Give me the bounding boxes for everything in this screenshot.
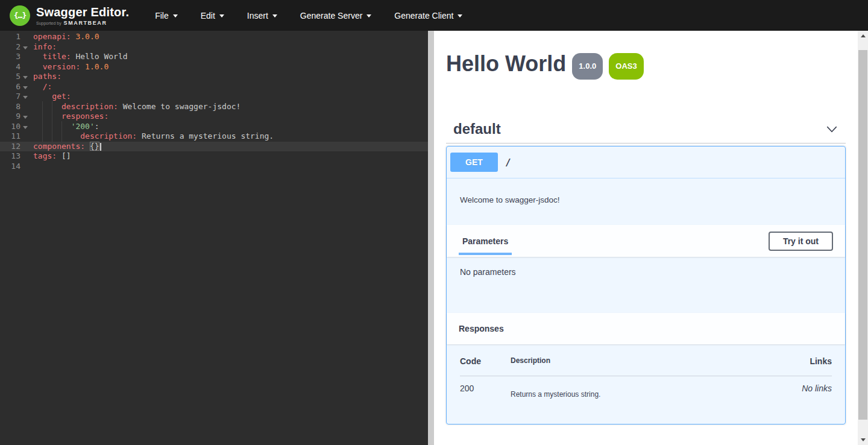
line-number: 5: [0, 72, 20, 82]
token-plain: [33, 52, 43, 61]
menu-generate-server[interactable]: Generate Server: [289, 0, 383, 31]
token-str: '200': [71, 122, 95, 131]
code-text: paths:: [30, 72, 61, 82]
swagger-ui-preview: Hello World 1.0.0 OAS3 default GET / Wel…: [434, 31, 858, 445]
token-key: description:: [80, 131, 137, 140]
line-number: 12: [0, 142, 20, 152]
token-plain: Returns a mysterious string.: [137, 131, 274, 140]
fold-spacer: [20, 62, 30, 72]
responses-table-wrap: Code Description Links 200Returns a myst…: [447, 344, 845, 424]
operation-block-get: GET / Welcome to swagger-jsdoc! Paramete…: [446, 146, 846, 424]
line-number: 7: [0, 92, 20, 102]
code-line-11[interactable]: 11 description: Returns a mysterious str…: [0, 131, 428, 142]
menu-file[interactable]: File: [143, 0, 189, 31]
try-it-out-button[interactable]: Try it out: [769, 232, 833, 251]
response-row: 200Returns a mysterious string.No links: [460, 376, 832, 399]
line-number: 8: [0, 102, 20, 112]
code-line-6[interactable]: 6 /:: [0, 82, 428, 92]
code-text: components: {}: [30, 142, 101, 152]
code-line-5[interactable]: 5paths:: [0, 72, 428, 82]
code-line-1[interactable]: 1openapi: 3.0.0: [0, 32, 428, 42]
menu-label: Generate Server: [300, 11, 363, 21]
menu-generate-client[interactable]: Generate Client: [383, 0, 474, 31]
token-key: title:: [43, 52, 71, 61]
yaml-editor[interactable]: 1openapi: 3.0.02info:3 title: Hello Worl…: [0, 31, 428, 445]
line-number: 9: [0, 112, 20, 122]
token-plain: [33, 131, 80, 140]
code-line-13[interactable]: 13tags: []: [0, 151, 428, 162]
text-cursor: [100, 143, 101, 151]
preview-scrollbar[interactable]: [858, 31, 868, 445]
token-plain: [85, 142, 90, 151]
fold-toggle[interactable]: [20, 82, 30, 92]
operation-summary[interactable]: GET /: [447, 147, 845, 178]
fold-arrow-icon: [23, 76, 28, 79]
token-plain: Hello World: [71, 52, 128, 61]
line-number: 3: [0, 52, 20, 62]
code-line-12[interactable]: 12components: {}: [0, 142, 428, 152]
code-text: [30, 162, 33, 172]
caret-down-icon: [458, 14, 462, 17]
code-text: description: Welcome to swagger-jsdoc!: [30, 102, 241, 112]
pane-splitter[interactable]: [428, 31, 434, 445]
scrollbar-thumb[interactable]: [858, 50, 867, 420]
fold-spacer: [20, 142, 30, 152]
code-text: tags: []: [30, 151, 71, 162]
fold-arrow-icon: [23, 96, 28, 99]
token-key: components:: [33, 142, 85, 151]
column-header-links: Links: [810, 356, 832, 366]
chevron-down-icon[interactable]: [825, 122, 838, 136]
token-key: info:: [33, 42, 57, 51]
code-line-4[interactable]: 4 version: 1.0.0: [0, 62, 428, 72]
token-key: version:: [43, 62, 81, 71]
smartbear-label: SMARTBEAR: [64, 20, 107, 26]
api-title-text: Hello World: [446, 52, 566, 75]
token-plain: [33, 112, 61, 121]
response-code: 200: [460, 383, 511, 399]
code-text: description: Returns a mysterious string…: [30, 131, 274, 142]
code-line-14[interactable]: 14: [0, 162, 428, 172]
token-key: get:: [52, 92, 71, 101]
fold-toggle[interactable]: [20, 122, 30, 132]
code-line-3[interactable]: 3 title: Hello World: [0, 52, 428, 62]
editor-lines: 1openapi: 3.0.02info:3 title: Hello Worl…: [0, 32, 428, 171]
code-line-9[interactable]: 9 responses:: [0, 112, 428, 122]
main-split: 1openapi: 3.0.02info:3 title: Hello Worl…: [0, 31, 868, 445]
scroll-down-button[interactable]: [858, 435, 868, 445]
fold-arrow-icon: [23, 116, 28, 119]
caret-down-icon: [272, 14, 277, 17]
line-number: 11: [0, 131, 20, 142]
fold-toggle[interactable]: [20, 72, 30, 82]
caret-down-icon: [219, 14, 224, 17]
fold-spacer: [20, 52, 30, 62]
responses-table-head: Code Description Links: [460, 356, 832, 376]
fold-toggle[interactable]: [20, 42, 30, 52]
fold-toggle[interactable]: [20, 92, 30, 102]
code-line-7[interactable]: 7 get:: [0, 92, 428, 102]
tag-section-header[interactable]: default: [446, 115, 846, 144]
fold-spacer: [20, 102, 30, 112]
menu-label: Insert: [247, 11, 268, 21]
code-line-8[interactable]: 8 description: Welcome to swagger-jsdoc!: [0, 102, 428, 112]
line-number: 1: [0, 32, 20, 42]
operation-path: /: [505, 157, 511, 168]
menu-label: Edit: [201, 11, 215, 21]
operation-description: Welcome to swagger-jsdoc!: [447, 178, 845, 225]
menu-edit[interactable]: Edit: [189, 0, 236, 31]
responses-table: Code Description Links 200Returns a myst…: [460, 356, 832, 399]
code-text: info:: [30, 42, 57, 52]
brand-logo[interactable]: {…} Swagger Editor. Supported by SMARTBE…: [10, 5, 129, 26]
parameters-header: Parameters Try it out: [447, 225, 845, 257]
menu-insert[interactable]: Insert: [236, 0, 289, 31]
code-line-10[interactable]: 10 '200':: [0, 122, 428, 132]
scroll-up-button[interactable]: [858, 31, 868, 41]
tag-title: default: [453, 121, 501, 137]
code-line-2[interactable]: 2info:: [0, 42, 428, 52]
token-key: /:: [43, 82, 52, 91]
tab-parameters[interactable]: Parameters: [459, 236, 512, 246]
line-number: 2: [0, 42, 20, 52]
fold-toggle[interactable]: [20, 112, 30, 122]
code-text: '200':: [30, 122, 99, 132]
token-plain: [33, 92, 52, 101]
token-plain: :: [95, 122, 99, 131]
